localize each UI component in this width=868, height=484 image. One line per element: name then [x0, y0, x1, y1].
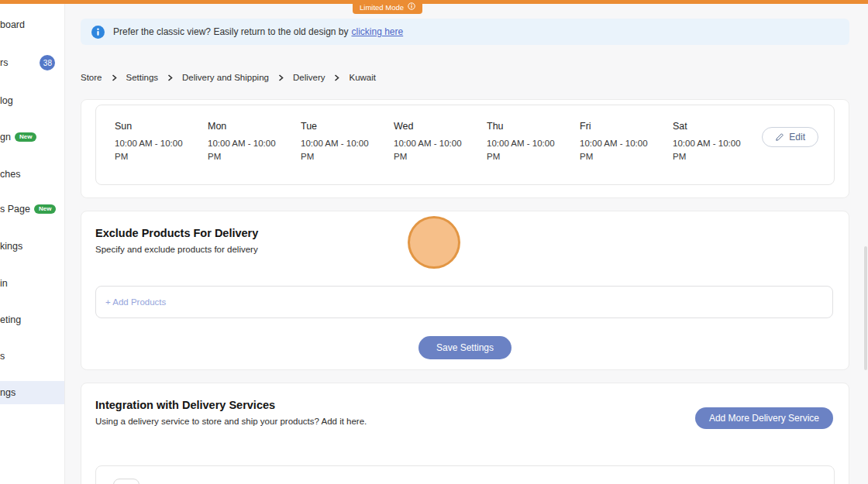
- sidebar-item-settings[interactable]: ngs: [0, 381, 64, 404]
- sidebar-item-label: board: [0, 19, 25, 30]
- edit-hours-button[interactable]: Edit: [762, 127, 818, 147]
- sidebar-item-domain[interactable]: in: [0, 273, 8, 294]
- sidebar-item-design[interactable]: gnNew: [0, 126, 36, 148]
- sidebar-item-label: gn: [0, 132, 11, 142]
- breadcrumb: Store Settings Delivery and Shipping Del…: [81, 73, 376, 82]
- breadcrumb-store[interactable]: Store: [81, 73, 102, 82]
- sidebar-item-catalog[interactable]: log: [0, 90, 13, 112]
- sidebar-item-page[interactable]: s PageNew: [0, 198, 56, 220]
- chevron-right-icon: [112, 74, 117, 81]
- breadcrumb-settings[interactable]: Settings: [126, 73, 159, 82]
- sidebar-item-label: s: [0, 351, 5, 362]
- click-indicator: [408, 216, 460, 269]
- sidebar-item-marketing[interactable]: eting: [0, 309, 21, 331]
- sidebar-item-label: eting: [0, 314, 21, 325]
- day-hours: 10:00 AM - 10:00 PM: [673, 137, 753, 163]
- day-label: Tue: [301, 121, 394, 132]
- chevron-right-icon: [167, 74, 173, 81]
- sidebar-item-label: in: [0, 278, 8, 289]
- sidebar-item-label: s Page: [0, 204, 30, 215]
- delivery-hours-card: Sun10:00 AM - 10:00 PM Mon10:00 AM - 10:…: [81, 99, 849, 198]
- integration-title: Integration with Delivery Services: [95, 399, 275, 411]
- day-label: Mon: [208, 121, 301, 132]
- add-delivery-service-button[interactable]: Add More Delivery Service: [695, 407, 833, 429]
- save-settings-button[interactable]: Save Settings: [418, 336, 512, 359]
- banner-message-text: Prefer the classic view? Easily return t…: [113, 26, 348, 37]
- sidebar-item-label: kings: [0, 241, 22, 252]
- day-hours: 10:00 AM - 10:00 PM: [394, 137, 474, 163]
- limited-mode-badge[interactable]: Limited Mode: [353, 0, 422, 14]
- integration-services-card: Integration with Delivery Services Using…: [81, 383, 849, 484]
- new-badge: New: [34, 204, 56, 214]
- weekly-hours-row: Sun10:00 AM - 10:00 PM Mon10:00 AM - 10:…: [95, 105, 835, 185]
- day-column: Sat10:00 AM - 10:00 PM: [673, 121, 766, 184]
- chevron-right-icon: [278, 74, 284, 81]
- banner-message: Prefer the classic view? Easily return t…: [113, 26, 403, 37]
- edit-button-label: Edit: [789, 132, 805, 142]
- sidebar-item-label: rs: [0, 57, 8, 68]
- limited-mode-label: Limited Mode: [360, 3, 404, 12]
- service-logo-placeholder: [113, 479, 140, 484]
- exclude-products-card: Exclude Products For Delivery Specify an…: [81, 211, 849, 370]
- day-column: Mon10:00 AM - 10:00 PM: [208, 121, 301, 184]
- day-column: Thu10:00 AM - 10:00 PM: [487, 121, 580, 184]
- day-column: Fri10:00 AM - 10:00 PM: [580, 121, 673, 184]
- day-label: Wed: [394, 121, 487, 132]
- sidebar-item-orders[interactable]: rs38: [0, 52, 55, 74]
- exclude-products-subtitle: Specify and exclude products for deliver…: [95, 245, 258, 254]
- pencil-icon: [775, 132, 784, 142]
- info-circle-icon: [91, 26, 105, 39]
- sidebar-item-label: log: [0, 95, 13, 106]
- day-hours: 10:00 AM - 10:00 PM: [580, 137, 660, 163]
- day-column: Tue10:00 AM - 10:00 PM: [301, 121, 394, 184]
- sidebar-item-label: ngs: [0, 387, 16, 398]
- day-label: Sat: [673, 121, 766, 132]
- day-label: Fri: [580, 121, 673, 132]
- breadcrumb-delivery-and-shipping[interactable]: Delivery and Shipping: [182, 73, 269, 82]
- orders-count-badge: 38: [40, 55, 55, 70]
- sidebar-item-label: ches: [0, 169, 20, 180]
- vertical-scrollbar[interactable]: [864, 246, 867, 370]
- sidebar-item-apps[interactable]: s: [0, 345, 5, 367]
- sidebar-item-dashboard[interactable]: board: [0, 14, 25, 36]
- classic-view-link[interactable]: clicking here: [351, 26, 403, 37]
- delivery-service-row: [95, 465, 835, 484]
- integration-subtitle: Using a delivery service to store and sh…: [95, 417, 367, 426]
- day-label: Sun: [115, 121, 208, 132]
- breadcrumb-kuwait[interactable]: Kuwait: [349, 73, 376, 82]
- add-products-field[interactable]: + Add Products: [95, 286, 833, 318]
- top-accent-bar: [0, 0, 868, 4]
- day-hours: 10:00 AM - 10:00 PM: [208, 137, 288, 163]
- day-hours: 10:00 AM - 10:00 PM: [487, 137, 567, 163]
- sidebar-item-branches[interactable]: ches: [0, 163, 20, 185]
- day-column: Wed10:00 AM - 10:00 PM: [394, 121, 487, 184]
- add-products-label: + Add Products: [105, 297, 166, 307]
- exclude-products-title: Exclude Products For Delivery: [95, 227, 258, 239]
- sidebar: board rs38 log gnNew ches s PageNew king…: [0, 4, 65, 484]
- day-hours: 10:00 AM - 10:00 PM: [301, 137, 381, 163]
- classic-view-banner: Prefer the classic view? Easily return t…: [81, 19, 849, 45]
- day-hours: 10:00 AM - 10:00 PM: [115, 137, 195, 163]
- chevron-right-icon: [334, 74, 339, 81]
- breadcrumb-delivery[interactable]: Delivery: [293, 73, 326, 82]
- day-label: Thu: [487, 121, 580, 132]
- new-badge: New: [15, 132, 36, 142]
- day-column: Sun10:00 AM - 10:00 PM: [115, 121, 208, 184]
- sidebar-item-bookings[interactable]: kings: [0, 235, 22, 257]
- info-icon: [408, 2, 415, 12]
